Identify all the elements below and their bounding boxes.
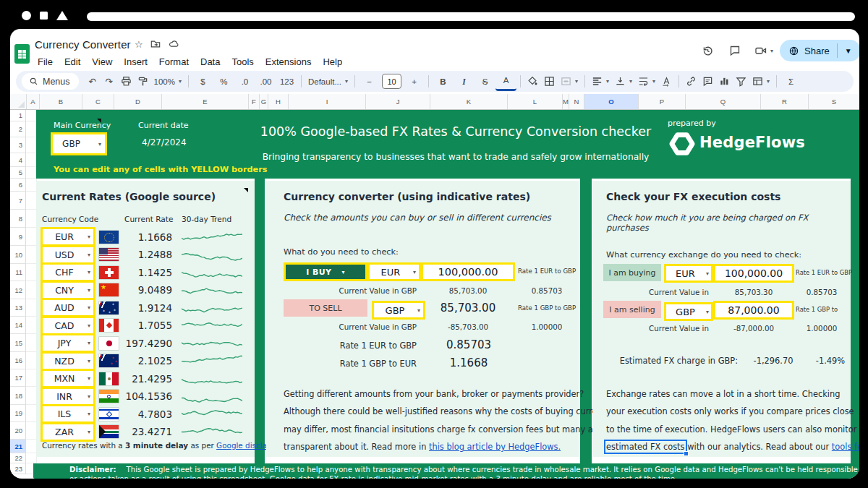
menu-view[interactable]: View (86, 55, 118, 69)
star-icon[interactable]: ☆ (135, 39, 143, 50)
decrease-font-button[interactable]: − (359, 73, 380, 90)
paint-format-icon[interactable] (135, 73, 151, 90)
cell[interactable] (26, 137, 37, 153)
cell[interactable] (26, 179, 37, 192)
comments-icon[interactable] (726, 42, 744, 59)
blog-article-link[interactable]: this blog article by HedgeFlows. (429, 442, 561, 452)
font-size-input[interactable]: 10 (380, 73, 404, 90)
menus-search-button[interactable]: Menus (22, 73, 79, 90)
functions-button[interactable]: Σ (780, 73, 801, 90)
column-header-k[interactable]: K (430, 94, 508, 109)
row-header-16[interactable]: 16 (10, 352, 26, 369)
cell[interactable] (26, 281, 37, 299)
menu-format[interactable]: Format (153, 55, 195, 69)
cell[interactable] (26, 453, 37, 463)
column-header-n[interactable]: N (569, 94, 584, 109)
address-bar[interactable] (87, 12, 855, 21)
cell[interactable] (26, 317, 37, 334)
currency-code-select[interactable]: ZAR (41, 422, 95, 442)
google-sheets-icon[interactable] (14, 44, 30, 64)
cell[interactable] (26, 405, 37, 422)
table-views-icon[interactable] (749, 73, 773, 90)
font-select[interactable]: Default... (305, 73, 351, 90)
currency-code-select[interactable]: INR (41, 387, 95, 406)
filter-icon[interactable] (733, 73, 749, 90)
fill-color-icon[interactable] (524, 73, 541, 90)
cell[interactable] (26, 369, 37, 387)
currency-code-select[interactable]: JPY (41, 333, 95, 353)
share-caret-icon[interactable]: ▼ (839, 47, 858, 55)
cell[interactable] (26, 110, 37, 121)
selected-cell[interactable]: estimated FX costs (606, 442, 685, 452)
costs-sell-amount-input[interactable]: 87,000.00 (713, 301, 794, 320)
zoom-select[interactable]: 100% (151, 73, 184, 90)
row-header-23[interactable]: 23 (10, 463, 26, 474)
insert-comment-icon[interactable] (699, 73, 716, 90)
decrease-decimals-button[interactable]: .0 (234, 73, 255, 90)
insert-chart-icon[interactable] (716, 73, 733, 90)
currency-code-select[interactable]: NZD (41, 351, 95, 371)
costs-sell-currency-select[interactable]: GBP (664, 302, 713, 321)
print-icon[interactable] (118, 73, 135, 90)
cell[interactable] (26, 153, 37, 167)
column-header-a[interactable]: A (27, 94, 40, 109)
redo-icon[interactable]: ↷ (101, 73, 118, 90)
row-header-10[interactable]: 10 (10, 246, 26, 264)
currency-code-select[interactable]: ILS (41, 404, 95, 424)
costs-buy-currency-select[interactable]: EUR (664, 264, 713, 283)
currency-code-select[interactable]: CAD (41, 316, 95, 335)
menu-edit[interactable]: Edit (59, 55, 86, 69)
bold-button[interactable]: B (433, 73, 454, 90)
menu-extensions[interactable]: Extensions (260, 55, 318, 69)
align-icon[interactable] (589, 73, 612, 90)
currency-code-select[interactable]: CNY (41, 281, 95, 300)
document-title[interactable]: Currency Converter (35, 38, 131, 51)
currency-code-select[interactable]: EUR (41, 227, 95, 247)
row-header-15[interactable]: 15 (10, 334, 26, 352)
percent-format-button[interactable]: % (213, 73, 234, 90)
move-folder-icon[interactable] (150, 39, 161, 49)
column-header-d[interactable]: D (114, 94, 162, 109)
column-header-c[interactable]: C (82, 94, 114, 109)
cell[interactable] (26, 387, 37, 405)
row-header-4[interactable]: 4 (10, 153, 26, 167)
buy-currency-select[interactable]: EUR (367, 262, 421, 281)
column-header-s[interactable]: S (809, 94, 859, 109)
row-header-7[interactable]: 7 (10, 192, 26, 210)
undo-icon[interactable]: ↶ (85, 73, 101, 90)
tools-for-xero-link[interactable]: tools for Xero (832, 442, 859, 452)
column-header-l[interactable]: L (508, 94, 563, 109)
row-header-13[interactable]: 13 (10, 299, 26, 317)
cell[interactable] (26, 167, 37, 179)
menu-file[interactable]: File (32, 55, 59, 69)
strikethrough-button[interactable]: S (475, 73, 495, 90)
row-header-9[interactable]: 9 (10, 228, 26, 246)
column-header-o[interactable]: O (584, 94, 639, 109)
cell[interactable] (26, 228, 37, 246)
selling-chip[interactable]: I am selling (603, 301, 661, 318)
column-header-p[interactable]: P (639, 94, 686, 109)
row-header-22[interactable]: 22 (10, 453, 26, 463)
cell[interactable] (26, 334, 37, 352)
row-header-18[interactable]: 18 (10, 387, 26, 405)
cell[interactable] (26, 352, 37, 369)
cell[interactable] (26, 121, 37, 137)
more-formats-button[interactable]: 123 (276, 73, 297, 90)
row-header-12[interactable]: 12 (10, 281, 26, 299)
sell-action-chip[interactable]: TO SELL (284, 299, 367, 317)
currency-format-button[interactable]: $ (192, 73, 213, 90)
increase-decimals-button[interactable]: .00 (255, 73, 276, 90)
currency-code-select[interactable]: USD (41, 245, 95, 265)
cell[interactable] (26, 422, 37, 440)
column-header-m[interactable]: M (563, 94, 569, 109)
column-header-i[interactable]: I (289, 94, 366, 109)
column-header-r[interactable]: R (761, 94, 809, 109)
menu-data[interactable]: Data (195, 55, 226, 69)
share-button[interactable]: Share ▼ (780, 40, 859, 61)
vertical-align-icon[interactable] (612, 73, 635, 90)
row-header-17[interactable]: 17 (10, 369, 26, 387)
column-header-f[interactable]: F (249, 94, 260, 109)
cell[interactable] (26, 299, 37, 317)
text-wrap-icon[interactable] (635, 73, 658, 90)
link-icon[interactable] (683, 73, 699, 90)
